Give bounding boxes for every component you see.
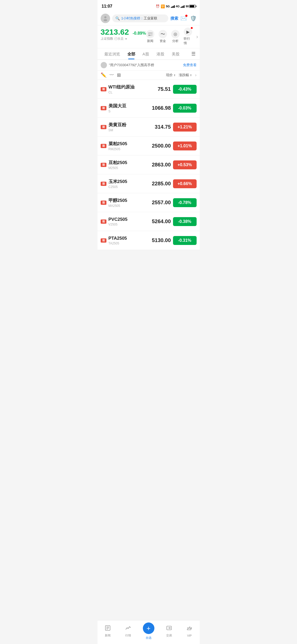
- stock-price: 1066.98: [147, 105, 171, 111]
- stock-info: 菜粕2505 RM2505: [109, 141, 145, 151]
- change-badge: -0.38%: [173, 217, 197, 226]
- stock-item-soymeal[interactable]: 期 美黄豆粉 SM 314.75 +1.21%: [98, 118, 200, 137]
- sort-arrow-change: ⬆: [190, 74, 192, 77]
- tab-all[interactable]: 全部: [124, 49, 139, 59]
- stock-item-ta2505[interactable]: 期 PTA2505 TA2505 5130.00 -0.31%: [98, 231, 200, 250]
- stock-item-m2505[interactable]: 期 豆粕2505 M2505 2863.00 +0.53%: [98, 155, 200, 174]
- stock-info: 豆粕2505 M2505: [109, 160, 145, 170]
- svg-point-0: [104, 16, 106, 18]
- stock-info: PTA2505 TA2505: [109, 236, 145, 245]
- stock-price: 75.51: [147, 86, 171, 92]
- stock-price: 5264.00: [147, 218, 171, 224]
- tab-us[interactable]: 美股: [168, 49, 183, 59]
- tabs-bar: 最近浏览 全部 A股 港股 美股 ☰: [98, 48, 200, 60]
- svg-point-1: [104, 19, 107, 21]
- search-right-icons: ✉️ 🛡️: [180, 15, 197, 22]
- change-badge: -0.43%: [173, 85, 197, 94]
- action-audio[interactable]: ▶ 听行情: [184, 28, 192, 45]
- stock-list: 期 WTI纽约原油 CL 75.51 -0.43% 期 美国大豆 S 1066.…: [98, 80, 200, 250]
- avatar[interactable]: [101, 14, 110, 23]
- stock-price: 5130.00: [147, 237, 171, 243]
- stock-code: V2505: [109, 223, 145, 226]
- stock-code: S: [109, 109, 145, 113]
- stock-code: C2505: [109, 185, 145, 189]
- stock-item-c2505[interactable]: 期 玉米2505 C2505 2285.00 +0.66%: [98, 174, 200, 193]
- index-change: -0.89%: [133, 31, 146, 36]
- stock-price: 314.75: [147, 124, 171, 130]
- change-badge: +0.53%: [173, 160, 197, 169]
- stock-info: 玉米2505 C2505: [109, 179, 145, 189]
- index-actions: 📰 新闻 〜 资金 ◎ 分析 ▶ 听行情 ›: [146, 28, 198, 45]
- change-badge: +1.01%: [173, 142, 197, 150]
- expand-icon[interactable]: ›: [196, 32, 198, 42]
- stock-name: PVC2505: [109, 217, 145, 222]
- futures-badge: 期: [101, 125, 106, 129]
- user-banner-link[interactable]: 免费查看: [183, 63, 197, 67]
- action-analysis[interactable]: ◎ 分析: [171, 30, 180, 43]
- stock-name: 甲醇2505: [109, 197, 145, 203]
- index-info: 3213.62 -0.89% 上证指数 已收盘 ▼: [101, 28, 146, 41]
- user-banner-text: "用户7333047792"入围高手榜: [109, 63, 154, 67]
- change-sort-button[interactable]: 涨跌幅 ⬆: [179, 73, 192, 77]
- status-bar: 11:07 ⏰ 🛜 5G 4G 90: [98, 0, 200, 12]
- change-badge: +0.66%: [173, 179, 197, 188]
- futures-badge: 期: [101, 201, 106, 205]
- stock-code: MA2505: [109, 204, 145, 208]
- news-icon: 📰: [146, 30, 154, 38]
- tab-hk[interactable]: 港股: [153, 49, 168, 59]
- stock-item-ma2505[interactable]: 期 甲醇2505 MA2505 2557.00 -0.78%: [98, 193, 200, 212]
- settings-icon[interactable]: 🛡️: [190, 15, 197, 22]
- futures-badge: 期: [101, 106, 106, 110]
- index-name: 上证指数 已收盘 ▼: [101, 36, 146, 41]
- search-bar: 🔍 1小时热搜榜：工业富联 搜索 ✉️ 🛡️: [98, 12, 200, 25]
- stock-code: M2505: [109, 166, 145, 170]
- change-badge: -0.31%: [173, 236, 197, 245]
- stock-item-v2505[interactable]: 期 PVC2505 V2505 5264.00 -0.38%: [98, 212, 200, 231]
- stock-code: RM2505: [109, 147, 145, 151]
- stock-info: WTI纽约原油 CL: [109, 84, 145, 94]
- stock-name: PTA2505: [109, 236, 145, 241]
- sort-arrow-price: ⬆: [174, 74, 176, 77]
- change-badge: +1.21%: [173, 123, 197, 132]
- svg-point-2: [103, 63, 105, 65]
- svg-point-3: [102, 66, 106, 68]
- change-badge: -0.03%: [173, 104, 197, 113]
- audio-icon: ▶: [184, 28, 192, 36]
- search-placeholder: 1小时热搜榜：工业富联: [121, 16, 157, 21]
- grid-icon[interactable]: ⊞: [117, 72, 121, 78]
- more-columns-icon[interactable]: ›: [195, 73, 196, 77]
- index-bar: 3213.62 -0.89% 上证指数 已收盘 ▼ 📰 新闻 〜 资金 ◎ 分析…: [98, 25, 200, 48]
- edit-icon[interactable]: ✏️: [101, 72, 106, 78]
- chart-icon[interactable]: 〰: [110, 73, 114, 77]
- stock-name: 豆粕2505: [109, 160, 145, 166]
- stock-item-rm2505[interactable]: 期 菜粕2505 RM2505 2500.00 +1.01%: [98, 137, 200, 155]
- stock-info: PVC2505 V2505: [109, 217, 145, 226]
- action-capital[interactable]: 〜 资金: [159, 30, 167, 43]
- battery-level: 90: [186, 5, 189, 8]
- search-input[interactable]: 🔍 1小时热搜榜：工业富联: [112, 14, 168, 22]
- tab-a-shares[interactable]: A股: [139, 49, 153, 59]
- search-button[interactable]: 搜索: [170, 16, 178, 21]
- signal-bars-2-icon: [181, 5, 185, 8]
- capital-icon: 〜: [159, 30, 167, 38]
- stock-code: TA2505: [109, 242, 145, 245]
- stock-price: 2285.00: [147, 181, 171, 187]
- signal-bars-icon: [171, 5, 175, 8]
- stock-info: 美黄豆粉 SM: [109, 122, 145, 132]
- status-time: 11:07: [102, 4, 112, 9]
- stock-name: 美国大豆: [109, 103, 145, 109]
- network-4g-icon: 4G: [176, 5, 180, 8]
- index-price: 3213.62: [101, 28, 129, 36]
- action-news[interactable]: 📰 新闻: [146, 30, 154, 43]
- stock-item-wti[interactable]: 期 WTI纽约原油 CL 75.51 -0.43%: [98, 80, 200, 99]
- notification-icon[interactable]: ✉️: [180, 15, 187, 22]
- analysis-icon: ◎: [171, 30, 180, 38]
- tab-more-icon[interactable]: ☰: [190, 48, 197, 59]
- stock-item-soybean[interactable]: 期 美国大豆 S 1066.98 -0.03%: [98, 99, 200, 118]
- stock-price: 2863.00: [147, 162, 171, 168]
- price-sort-button[interactable]: 现价 ⬆: [166, 73, 176, 77]
- stock-code: SM: [109, 128, 145, 132]
- search-icon: 🔍: [115, 16, 120, 20]
- tab-recent[interactable]: 最近浏览: [101, 49, 124, 59]
- chevron-down-icon[interactable]: ▼: [125, 37, 128, 40]
